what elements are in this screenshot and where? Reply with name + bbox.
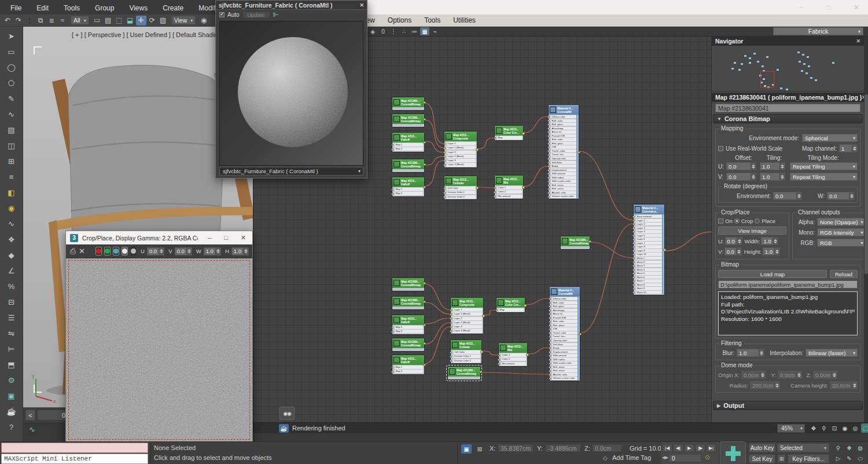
input-socket-icon[interactable] — [391, 367, 393, 369]
input-socket-icon[interactable] — [549, 305, 551, 308]
node-header[interactable]: Map #21380...CoronaBitmap — [392, 278, 424, 288]
input-socket-icon[interactable] — [632, 220, 635, 222]
blur-spinner[interactable]: 1.0 — [737, 349, 764, 357]
place-radio[interactable] — [755, 218, 760, 224]
pin-icon[interactable]: ⊩ — [273, 11, 279, 19]
node-falloff[interactable]: Map #213...FalloffMap 1Map 2 — [392, 315, 425, 335]
rollout-corona-bitmap[interactable]: ▼Corona Bitmap — [713, 114, 863, 123]
input-socket-icon[interactable] — [549, 363, 551, 365]
percent-snap-icon[interactable]: % — [4, 279, 19, 293]
node-slot[interactable]: Layer 2 (Mask) — [451, 321, 483, 325]
node-slot[interactable]: Division Color 1 — [451, 355, 481, 359]
node-header[interactable]: Map #21380...CoronaBitmap — [561, 236, 590, 246]
input-socket-icon[interactable] — [632, 261, 635, 264]
camera-height-spinner[interactable]: 20.0cm — [830, 381, 858, 389]
input-socket-icon[interactable] — [549, 321, 551, 323]
go-to-start-icon[interactable]: |◀ — [662, 444, 672, 452]
use-pivot-point-icon[interactable]: ◉ — [198, 16, 209, 25]
v-tiling-mode-dropdown[interactable]: Repeat Tiling — [790, 173, 858, 181]
minimap-view-rectangle[interactable] — [760, 71, 774, 87]
rotate-environment-spinner[interactable]: 0.0 — [773, 192, 802, 200]
node-slot[interactable]: Map 1 — [392, 143, 424, 147]
z-coordinate-field[interactable]: 0.0cm — [592, 444, 622, 452]
input-socket-icon[interactable] — [547, 154, 550, 156]
input-socket-icon[interactable] — [632, 231, 635, 233]
y-coordinate-field[interactable]: -3.4886cm — [545, 444, 581, 452]
dots-menu-icon[interactable]: ⋮ — [389, 27, 398, 35]
output-socket-icon[interactable] — [522, 132, 525, 135]
input-socket-icon[interactable] — [495, 309, 498, 312]
node-slot[interactable]: Map 2 — [392, 370, 424, 374]
output-socket-icon[interactable] — [476, 148, 479, 151]
crop-u-field[interactable]: 0.0 — [147, 247, 164, 255]
input-socket-icon[interactable] — [443, 192, 446, 194]
bind-to-space-warp-icon[interactable]: ≈ — [57, 16, 68, 25]
select-object-icon[interactable]: ▭ — [92, 16, 102, 25]
input-socket-icon[interactable] — [632, 246, 635, 249]
navigator-minimap[interactable] — [712, 46, 864, 92]
input-socket-icon[interactable] — [549, 347, 551, 349]
preview-material-dropdown[interactable]: sjfvcbtc_Furniture_Fabric ( CoronaMtl ) — [219, 167, 363, 176]
close-button[interactable]: ✕ — [851, 2, 862, 12]
crop-title-bar[interactable]: 3 Crop/Place, Display Gamma: 2.2, RGBA C… — [66, 231, 252, 244]
zoom-extents-icon[interactable]: ◉ — [840, 423, 849, 433]
node-header[interactable]: Map #213...Color Cor... — [495, 126, 523, 136]
input-socket-icon[interactable] — [547, 188, 550, 191]
input-socket-icon[interactable] — [443, 151, 446, 154]
input-socket-icon[interactable] — [498, 355, 500, 357]
node-slot[interactable]: Volume scatter color — [550, 377, 580, 381]
node-header[interactable]: Map #213...Falloff — [392, 177, 424, 187]
rectangular-selection-icon[interactable]: ⬚ — [114, 16, 124, 25]
zoom-level-dropdown[interactable]: 45% — [777, 424, 805, 433]
input-socket-icon[interactable] — [450, 326, 452, 328]
node-coronabitmap[interactable]: Map #21380...CoronaBitmap — [447, 366, 481, 380]
node-header[interactable]: Material #...CoronaLa... — [634, 204, 664, 214]
output-socket-icon[interactable] — [526, 353, 529, 356]
node-slot[interactable]: Map — [496, 308, 525, 312]
input-socket-icon[interactable] — [549, 309, 551, 312]
node-slot[interactable]: Layer 3 (Mask) — [451, 329, 483, 333]
input-socket-icon[interactable] — [547, 173, 550, 175]
v-offset-spinner[interactable]: 0.0 — [726, 173, 756, 181]
input-socket-icon[interactable] — [494, 137, 496, 140]
node-slot[interactable]: Layer 2 — [444, 151, 477, 155]
node-slot[interactable]: Color 2 — [495, 190, 523, 194]
key-filters-button[interactable]: Key Filters... — [788, 454, 829, 463]
slate-menu-item[interactable]: Utilities — [448, 15, 481, 25]
input-socket-icon[interactable] — [549, 374, 551, 376]
node-falloff[interactable]: Map #213...FalloffMap 1Map 2 — [392, 355, 425, 375]
input-socket-icon[interactable] — [547, 116, 550, 118]
node-slot[interactable]: Map 1 — [392, 326, 424, 330]
select-icon[interactable]: ➤ — [4, 29, 19, 43]
input-socket-icon[interactable] — [391, 327, 393, 329]
input-socket-icon[interactable] — [549, 313, 551, 315]
node-cellular[interactable]: Map #213...CellularCell ColorDivision Co… — [444, 176, 477, 200]
node-header[interactable]: Map #21380...CoronaBitmap — [392, 97, 424, 107]
crossing-selection-icon[interactable]: ⬓ — [125, 16, 135, 25]
crop-texture-image[interactable] — [66, 258, 252, 441]
u-offset-spinner[interactable]: 0.0 — [726, 162, 756, 170]
input-socket-icon[interactable] — [547, 147, 550, 149]
output-socket-icon[interactable] — [423, 163, 426, 166]
named-selection-icon[interactable]: ☰ — [4, 310, 19, 324]
schematic-view-icon[interactable]: ❖ — [4, 232, 19, 246]
input-socket-icon[interactable] — [549, 359, 551, 361]
isolate-selection-icon[interactable]: ▣ — [461, 444, 472, 454]
auto-update-checkbox[interactable] — [219, 12, 225, 17]
input-socket-icon[interactable] — [443, 164, 446, 166]
input-socket-icon[interactable] — [632, 257, 635, 260]
render-frame-window-icon[interactable]: ▣ — [4, 389, 19, 403]
node-cellular[interactable]: Map #213...CellularCell ColorDivision Co… — [450, 339, 482, 364]
render-setup-icon[interactable]: ⚙ — [4, 373, 19, 387]
curve-editor-mini-icon[interactable]: ∿ — [29, 425, 35, 434]
input-socket-icon[interactable] — [494, 195, 496, 198]
delete-icon[interactable]: ✕ — [79, 247, 86, 255]
output-socket-icon[interactable] — [522, 186, 525, 189]
load-map-button[interactable]: Load map — [718, 270, 827, 278]
input-socket-icon[interactable] — [547, 143, 550, 145]
curve-editor-icon[interactable]: ∿ — [4, 217, 19, 231]
select-and-link-icon[interactable]: ⧉ — [35, 16, 46, 25]
input-socket-icon[interactable] — [547, 184, 550, 187]
layers-icon[interactable]: ▤ — [4, 123, 19, 137]
node-slot[interactable]: Cell Color — [451, 350, 481, 355]
